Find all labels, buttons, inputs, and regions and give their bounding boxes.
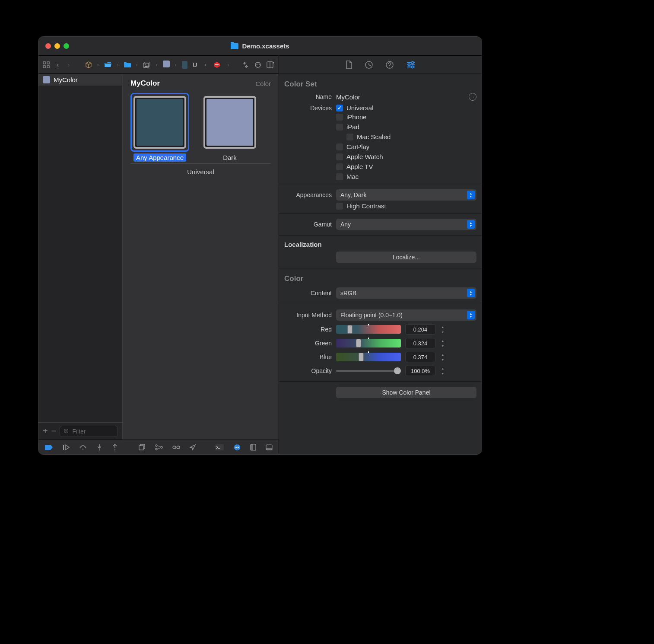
red-slider[interactable]	[336, 325, 401, 334]
svg-point-12	[256, 64, 257, 65]
svg-point-33	[161, 446, 162, 448]
console-icon[interactable]	[215, 444, 224, 451]
green-value-field[interactable]: 0.324	[405, 338, 435, 348]
blue-slider[interactable]	[336, 353, 401, 361]
debug-memory-graph-icon[interactable]	[155, 444, 163, 450]
add-asset-button[interactable]: +	[43, 426, 48, 436]
minimize-window-button[interactable]	[54, 43, 60, 49]
red-value-field[interactable]: 0.204	[405, 324, 435, 335]
input-method-popup[interactable]: Floating point (0.0–1.0)▴▾	[336, 309, 476, 321]
gamut-popup[interactable]: Any▴▾	[336, 219, 476, 230]
blue-value-field[interactable]: 0.374	[405, 352, 435, 362]
device-apple-watch-checkbox[interactable]: Apple Watch	[336, 153, 476, 160]
folder-open-icon[interactable]	[104, 62, 112, 68]
breakpoints-toggle-icon[interactable]	[44, 444, 53, 450]
green-label: Green	[284, 340, 332, 347]
image-stack-icon[interactable]	[143, 62, 151, 68]
simulate-location-icon[interactable]	[190, 444, 196, 450]
content-popup[interactable]: sRGB▴▾	[336, 287, 476, 299]
content-label: Content	[284, 290, 332, 296]
device-ipad-checkbox[interactable]: iPad	[336, 123, 476, 131]
device-iphone-checkbox[interactable]: iPhone	[336, 113, 476, 121]
green-slider[interactable]	[336, 339, 401, 348]
breadcrumb-universal-label[interactable]: U	[193, 61, 197, 68]
toggle-console-icon[interactable]	[266, 444, 273, 450]
svg-rect-3	[47, 66, 49, 68]
section-color: Color	[284, 272, 476, 286]
opacity-slider[interactable]	[336, 370, 401, 372]
blue-label: Blue	[284, 354, 332, 360]
color-swatch-icon[interactable]	[163, 61, 170, 69]
refresh-icon[interactable]	[241, 62, 249, 68]
red-stepper[interactable]: ▴▾	[440, 324, 446, 335]
localize-button[interactable]: Localize...	[336, 252, 476, 263]
svg-point-54	[411, 61, 413, 64]
toggle-variables-icon[interactable]	[250, 444, 256, 451]
remove-asset-button[interactable]: −	[51, 426, 57, 436]
jump-bar[interactable]: ‹ › › › › › ›	[38, 56, 279, 74]
package-icon[interactable]	[85, 61, 92, 68]
color-well-dark[interactable]	[200, 93, 259, 152]
error-badge-icon[interactable]	[213, 61, 220, 68]
titlebar: Demo.xcassets	[38, 37, 482, 56]
filter-icon	[63, 428, 70, 434]
appearance-swatch-selected[interactable]	[182, 61, 187, 69]
breadcrumb-separator-icon: ›	[117, 62, 119, 68]
zoom-window-button[interactable]	[63, 43, 69, 49]
opacity-value-field[interactable]: 100.0%	[405, 366, 435, 376]
editor-area: ‹ › › › › › ›	[38, 56, 279, 454]
device-carplay-checkbox[interactable]: CarPlay	[336, 143, 476, 150]
environment-overrides-icon[interactable]	[172, 444, 180, 450]
chevron-left-icon[interactable]: ‹	[203, 62, 208, 68]
step-out-icon[interactable]	[112, 444, 118, 451]
history-inspector-tab-icon[interactable]	[365, 61, 373, 69]
help-inspector-tab-icon[interactable]	[385, 61, 394, 69]
file-inspector-tab-icon[interactable]	[346, 61, 352, 69]
show-color-panel-button[interactable]: Show Color Panel	[336, 387, 476, 398]
svg-line-35	[157, 448, 161, 449]
svg-point-14	[259, 64, 260, 65]
folder-icon[interactable]	[124, 62, 131, 67]
svg-rect-30	[139, 446, 143, 450]
svg-point-28	[114, 449, 115, 450]
name-field[interactable]: MyColor	[336, 93, 465, 101]
chevron-right-icon[interactable]: ›	[225, 62, 231, 68]
breadcrumb-separator-icon: ›	[136, 62, 138, 68]
svg-rect-1	[47, 62, 49, 64]
opacity-stepper[interactable]: ▴▾	[440, 366, 446, 376]
asset-detail-type: Color	[255, 80, 271, 87]
asset-list: MyColor + − Filter	[38, 74, 123, 440]
blue-stepper[interactable]: ▴▾	[440, 352, 446, 362]
svg-rect-23	[63, 445, 64, 450]
editor-options-icon[interactable]	[254, 61, 261, 68]
window-controls	[38, 43, 69, 49]
close-window-button[interactable]	[45, 43, 51, 49]
step-over-icon[interactable]	[79, 444, 87, 450]
well-label: Any Appearance	[133, 153, 186, 162]
add-editor-icon[interactable]	[267, 61, 274, 68]
attributes-inspector-tab-icon[interactable]	[406, 61, 416, 69]
related-items-icon[interactable]	[43, 61, 50, 68]
asset-list-item[interactable]: MyColor	[38, 74, 122, 86]
step-into-icon[interactable]	[96, 444, 102, 451]
asset-name: MyColor	[54, 76, 78, 83]
back-icon[interactable]: ‹	[55, 61, 60, 68]
continue-icon[interactable]	[63, 444, 70, 450]
section-color-set: Color Set	[284, 77, 476, 91]
high-contrast-checkbox[interactable]: High Contrast	[336, 202, 476, 210]
debug-view-hierarchy-icon[interactable]	[139, 444, 146, 451]
svg-rect-37	[177, 446, 180, 449]
forward-icon[interactable]: ›	[66, 61, 71, 68]
device-mac-scaled-checkbox[interactable]: Mac Scaled	[346, 133, 476, 140]
color-well-any[interactable]	[130, 93, 189, 152]
device-apple-tv-checkbox[interactable]: Apple TV	[336, 163, 476, 170]
xcode-window: Demo.xcassets ‹ › › ›	[38, 36, 482, 455]
filter-input[interactable]: Filter	[60, 426, 118, 437]
device-mac-checkbox[interactable]: Mac	[336, 173, 476, 180]
window-title-text: Demo.xcassets	[242, 42, 289, 50]
green-stepper[interactable]: ▴▾	[440, 338, 446, 348]
device-universal-checkbox[interactable]: Universal	[336, 104, 476, 112]
appearances-popup[interactable]: Any, Dark▴▾	[336, 189, 476, 201]
variables-view-icon[interactable]	[234, 444, 241, 451]
go-to-icon[interactable]: →	[469, 93, 476, 101]
